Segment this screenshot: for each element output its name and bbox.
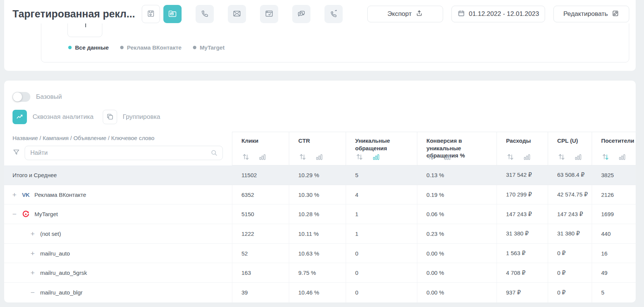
value-cell: 11502	[232, 165, 289, 185]
sort-arrows-icon[interactable]	[506, 153, 515, 161]
row-label: Реклама ВКонтакте	[34, 192, 86, 198]
expand-button[interactable]: +	[12, 191, 17, 198]
edit-label: Редактировать	[563, 10, 608, 18]
upload-icon	[415, 9, 423, 19]
legend-item-all-data[interactable]: Все данные	[68, 44, 109, 51]
value-cell: 63 508.4 ₽	[548, 165, 592, 185]
search-box	[25, 146, 223, 160]
line-chart-icon	[16, 112, 24, 122]
export-button[interactable]: Экспорт	[367, 6, 443, 22]
chart-legend: Все данные Реклама ВКонтакте MyTarget	[68, 44, 224, 51]
value-cell: 1 563 ₽	[497, 244, 548, 263]
tools-row: Сквозная аналитика Группировка	[4, 102, 636, 124]
row-name-cell: − MyTarget	[4, 204, 232, 224]
value-cell: 10.28 %	[289, 204, 346, 224]
row-name-cell: −mailru_auto_blgr	[4, 283, 232, 302]
email-button[interactable]	[228, 5, 246, 23]
filter-funnel-icon[interactable]	[13, 148, 20, 157]
sort-arrows-icon[interactable]	[298, 153, 307, 161]
column-header-2: CTR	[289, 132, 346, 165]
analytics-chart-button[interactable]	[13, 110, 27, 124]
value-cell: 0	[346, 244, 417, 263]
save-report-button[interactable]	[142, 5, 160, 23]
row-name-cell: +mailru_auto	[4, 244, 232, 263]
expand-button[interactable]: +	[30, 269, 35, 276]
row-name-cell: +(not set)	[4, 224, 232, 243]
basic-mode-row: Базовый	[4, 81, 636, 102]
calendar-icon	[458, 9, 465, 19]
sort-arrows-icon[interactable]	[557, 153, 566, 161]
grouping-button[interactable]	[103, 110, 117, 124]
copy-layers-icon	[106, 112, 114, 122]
chart-period-dropdown[interactable]	[67, 23, 102, 37]
metric-chart-icon[interactable]	[373, 153, 380, 161]
value-cell: 147 243 ₽	[497, 204, 548, 224]
column-header-7: Посетители	[592, 132, 635, 165]
value-cell: 0 ₽	[548, 263, 592, 282]
value-cell: 49	[592, 263, 635, 282]
column-header-5: Расходы	[497, 132, 548, 165]
legend-label: Все данные	[75, 44, 109, 51]
chart-cursor-tick	[85, 23, 86, 27]
folder-icon	[168, 9, 177, 20]
row-label: mailru_auto_blgr	[40, 289, 83, 296]
metric-chart-icon[interactable]	[316, 153, 323, 161]
callback-button[interactable]	[324, 5, 343, 23]
value-cell: 0.06 %	[417, 204, 497, 224]
column-label: Посетители	[601, 137, 632, 145]
column-header-4: Конверсия в уникальные обращения %	[417, 132, 497, 165]
chats-button[interactable]	[292, 5, 310, 23]
basic-mode-label: Базовый	[36, 93, 62, 101]
edit-button[interactable]: Редактировать	[553, 6, 629, 22]
site-forms-button[interactable]	[260, 5, 278, 23]
expand-button[interactable]: +	[30, 250, 35, 257]
table-row: − MyTarget515010.28 %10.06 %147 243 ₽147…	[4, 204, 636, 224]
vk-icon: VK	[22, 192, 30, 198]
legend-item-vk[interactable]: Реклама ВКонтакте	[120, 44, 182, 51]
date-range-button[interactable]: 01.12.2022 - 12.01.2023	[451, 6, 545, 22]
value-cell: 39	[232, 283, 289, 302]
value-cell: 42 574.75 ₽	[548, 185, 592, 204]
calls-button[interactable]	[196, 5, 214, 23]
value-cell: 0	[346, 283, 417, 302]
value-cell: 0.19 %	[417, 185, 497, 204]
grouping-label: Группировка	[123, 113, 160, 121]
expand-button[interactable]: +	[30, 230, 35, 237]
legend-item-mytarget[interactable]: MyTarget	[193, 44, 225, 51]
value-cell: 0.00 %	[417, 244, 497, 263]
metric-chart-icon[interactable]	[575, 153, 582, 161]
value-cell: 3825	[592, 165, 635, 185]
callback-icon	[329, 9, 338, 19]
value-cell: 10.29 %	[289, 165, 346, 185]
name-column-header: Название / Кампания / Объявление / Ключе…	[4, 132, 232, 165]
collapse-button[interactable]: −	[30, 289, 35, 296]
sort-arrows-icon[interactable]	[355, 153, 364, 161]
report-table-card: Базовый Сквозная аналитика Группировка Н…	[4, 81, 636, 302]
legend-dot	[120, 46, 124, 49]
value-cell: 4 708 ₽	[497, 263, 548, 282]
row-label: (not set)	[40, 231, 61, 237]
sort-arrows-icon[interactable]	[601, 153, 610, 161]
sort-arrows-icon[interactable]	[241, 153, 251, 161]
value-cell: 2126	[592, 185, 635, 204]
metric-chart-icon[interactable]	[444, 153, 451, 161]
metric-chart-icon[interactable]	[259, 153, 266, 161]
metric-chart-icon[interactable]	[619, 153, 626, 161]
collapse-button[interactable]: −	[12, 210, 17, 218]
sort-arrows-icon[interactable]	[426, 153, 436, 161]
metric-chart-icon[interactable]	[523, 153, 531, 161]
column-label: Уникальные обращения	[355, 137, 414, 152]
row-label: Итого и Среднее	[13, 172, 57, 178]
row-label: MyTarget	[34, 211, 58, 217]
basic-mode-toggle[interactable]	[13, 92, 30, 102]
search-input[interactable]	[25, 146, 223, 160]
save-icon	[147, 9, 155, 19]
table-row: −mailru_auto_blgr3910.46 %00.00 %937 ₽0 …	[4, 283, 636, 302]
value-cell: 6352	[232, 185, 289, 204]
table-row: +VKРеклама ВКонтакте635210.30 %40.19 %17…	[4, 185, 636, 205]
search-icon[interactable]	[210, 149, 218, 157]
reports-folder-button[interactable]	[163, 5, 182, 23]
column-header-3: Уникальные обращения	[346, 132, 417, 165]
value-cell: 1699	[592, 204, 635, 224]
date-range-label: 01.12.2022 - 12.01.2023	[469, 10, 539, 18]
